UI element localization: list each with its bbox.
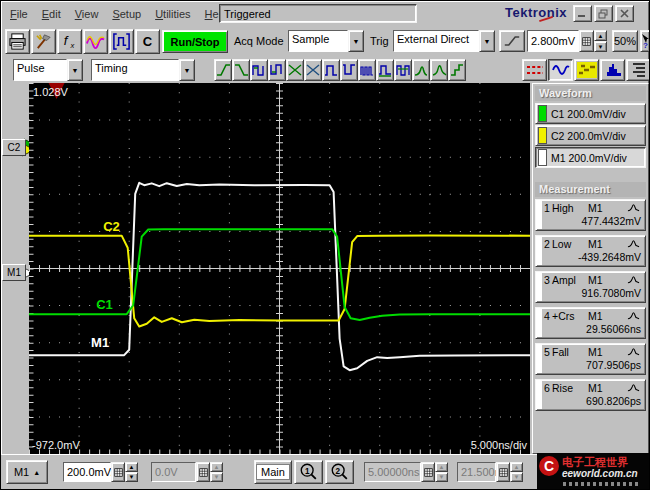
step-down-icon[interactable]: ▼ — [125, 472, 138, 482]
vertical-histogram-button[interactable] — [626, 59, 650, 81]
chevron-down-icon[interactable]: ▼ — [348, 30, 364, 52]
set-50-percent-button[interactable]: 50% — [612, 30, 638, 52]
trigger-level-field[interactable]: 2.800mV — [527, 30, 579, 52]
measure-rise-time-button[interactable] — [214, 59, 232, 81]
timebase-label: 5.000ns/div — [471, 439, 528, 451]
neg-overshoot-icon — [431, 62, 447, 78]
measure-period-button[interactable] — [394, 59, 412, 81]
chevron-down-icon[interactable]: ▼ — [179, 59, 195, 81]
measurement-low[interactable]: 2LowM1-439.2648mV — [535, 235, 646, 267]
measure-neg-overshoot-button[interactable] — [430, 59, 448, 81]
measure-pos-width-button[interactable] — [250, 59, 268, 81]
mask-test-button[interactable] — [574, 59, 599, 81]
cursors-button[interactable] — [522, 59, 547, 81]
help-pointer-icon: ? — [641, 33, 649, 49]
measure-fall-time-button[interactable] — [232, 59, 250, 81]
measurement-rows: 1HighM1477.4432mV2LowM1-439.2648mV3AmplM… — [534, 199, 647, 411]
measure-pos-duty-button[interactable] — [376, 59, 394, 81]
measure-pos-pulse-button[interactable] — [322, 59, 340, 81]
restore-button[interactable] — [594, 5, 613, 22]
trigger-slope-button[interactable] — [499, 30, 525, 52]
histogram-button[interactable] — [600, 59, 625, 81]
vertical-offset-stepper: ▲ ▼ — [210, 462, 223, 482]
formula-button[interactable]: fx — [57, 29, 82, 54]
pos-pulse-icon — [323, 62, 339, 78]
channel-marker-label: C2 — [2, 139, 26, 156]
vertical-channel-select[interactable]: M1 ▲ — [6, 460, 48, 484]
minimize-button[interactable] — [573, 5, 592, 22]
keypad-button[interactable] — [111, 462, 125, 482]
menu-file[interactable]: File — [10, 8, 28, 20]
close-icon — [620, 9, 629, 18]
vertical-scale-field[interactable]: 200.0mV/ — [63, 462, 111, 482]
menu-edit[interactable]: Edit — [42, 8, 61, 20]
close-button[interactable] — [615, 5, 634, 22]
zoom-1-button[interactable]: 1 — [294, 460, 323, 484]
measure-setup-hold-button[interactable] — [448, 59, 466, 81]
zoom-2-button[interactable]: 2 — [325, 460, 354, 484]
waveform-view-button[interactable] — [548, 59, 573, 81]
trig-source-select[interactable]: External Direct ▼ — [393, 30, 495, 52]
measure-neg-width-button[interactable] — [268, 59, 286, 81]
measure-view-select[interactable]: Timing ▼ — [91, 59, 195, 81]
channel-scale-label: M1 200.0mV/div — [551, 152, 627, 164]
step-down-icon[interactable]: ▼ — [594, 41, 607, 52]
clear-button[interactable]: C — [135, 29, 160, 54]
measurement-crs[interactable]: 4+CrsM129.56066ns — [535, 307, 646, 339]
measure-pos-cross-button[interactable] — [286, 59, 304, 81]
measure-icon — [112, 32, 131, 51]
measurement-fall[interactable]: 5FallM1707.9506ps — [535, 343, 646, 375]
menu-view[interactable]: View — [75, 8, 99, 20]
pulse-shape-icon — [627, 310, 640, 322]
measurement-source: M1 — [588, 310, 603, 322]
svg-text:f: f — [64, 33, 69, 48]
tools-icon — [34, 32, 53, 51]
measure-burst-width-button[interactable] — [358, 59, 376, 81]
main-timebase-button[interactable]: Main — [254, 460, 292, 484]
waveform-m1-button[interactable]: M1 200.0mV/div — [535, 147, 646, 168]
measure-neg-cross-button[interactable] — [304, 59, 322, 81]
measure-button[interactable] — [109, 29, 134, 54]
measure-neg-pulse-button[interactable] — [340, 59, 358, 81]
context-help-button[interactable]: ? — [640, 30, 650, 52]
pulse-shape-icon — [627, 202, 640, 214]
keypad-button[interactable] — [579, 30, 594, 52]
waveform-display[interactable]: C2C1M11.028V-972.0mV5.000ns/div — [29, 83, 530, 454]
waveform-c1-button[interactable]: C1 200.0mV/div — [535, 103, 646, 124]
measurement-label: Ampl — [552, 274, 576, 286]
menu-utilities[interactable]: Utilities — [155, 8, 190, 20]
menu-setup[interactable]: Setup — [112, 8, 141, 20]
measurement-rise[interactable]: 6RiseM1690.8206ps — [535, 379, 646, 411]
pulse-shape-icon — [627, 346, 640, 358]
measurement-index: 4 — [544, 310, 550, 322]
menu-items: FileEditViewSetupUtilitiesHelp — [3, 8, 234, 20]
eeworld-logo-icon: C — [539, 456, 559, 476]
svg-text:x: x — [69, 41, 75, 50]
waveform-button[interactable] — [83, 29, 108, 54]
keypad-icon — [114, 468, 123, 477]
chevron-down-icon[interactable]: ▼ — [67, 59, 83, 81]
source-color-stripe — [537, 201, 542, 229]
step-up-icon: ▲ — [435, 462, 448, 472]
c1-color-swatch — [538, 105, 547, 122]
step-up-icon[interactable]: ▲ — [594, 30, 607, 41]
measurement-high[interactable]: 1HighM1477.4432mV — [535, 199, 646, 231]
keypad-icon — [499, 468, 508, 477]
measure-pos-overshoot-button[interactable] — [412, 59, 430, 81]
measure-category-select[interactable]: Pulse ▼ — [13, 59, 83, 81]
measurement-source: M1 — [588, 202, 603, 214]
step-up-icon[interactable]: ▲ — [125, 462, 138, 472]
run-stop-button[interactable]: Run/Stop — [162, 30, 228, 53]
chevron-down-icon[interactable]: ▼ — [479, 30, 495, 52]
horizontal-delay-field: 21.500n — [457, 462, 496, 482]
waveform-channel-buttons: C1 200.0mV/divC2 200.0mV/divM1 200.0mV/d… — [534, 103, 647, 168]
vertical-histogram-icon — [629, 62, 649, 78]
acq-mode-select[interactable]: Sample ▼ — [288, 30, 364, 52]
step-down-icon: ▼ — [210, 472, 223, 482]
print-button[interactable] — [5, 29, 30, 54]
waveform-c2-button[interactable]: C2 200.0mV/div — [535, 125, 646, 146]
tools-button[interactable] — [31, 29, 56, 54]
magnifier-1-icon: 1 — [298, 462, 320, 482]
measurement-ampl[interactable]: 3AmplM1916.7080mV — [535, 271, 646, 303]
bottom-voltage-label: -972.0mV — [32, 439, 80, 451]
